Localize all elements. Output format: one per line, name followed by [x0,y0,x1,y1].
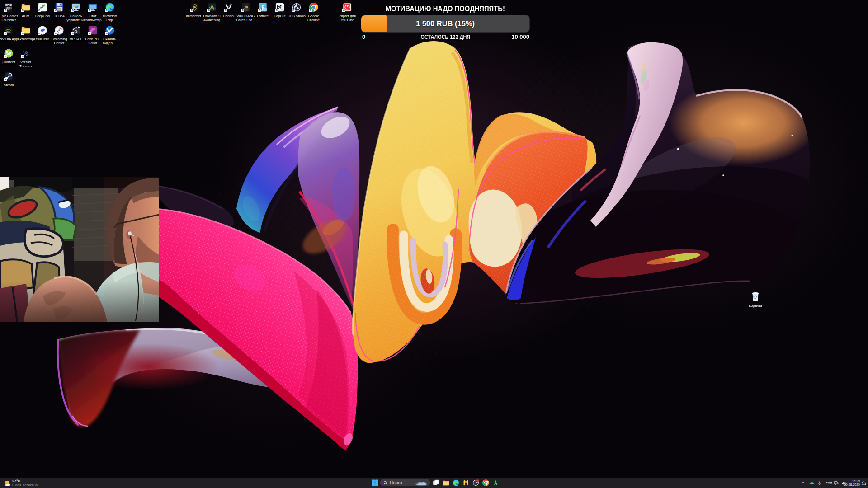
svg-text:GAMES: GAMES [6,7,12,9]
svg-text:NVIDIA: NVIDIA [7,32,11,34]
svg-text:S: S [26,52,29,57]
svg-text:EPIC: EPIC [5,4,12,6]
